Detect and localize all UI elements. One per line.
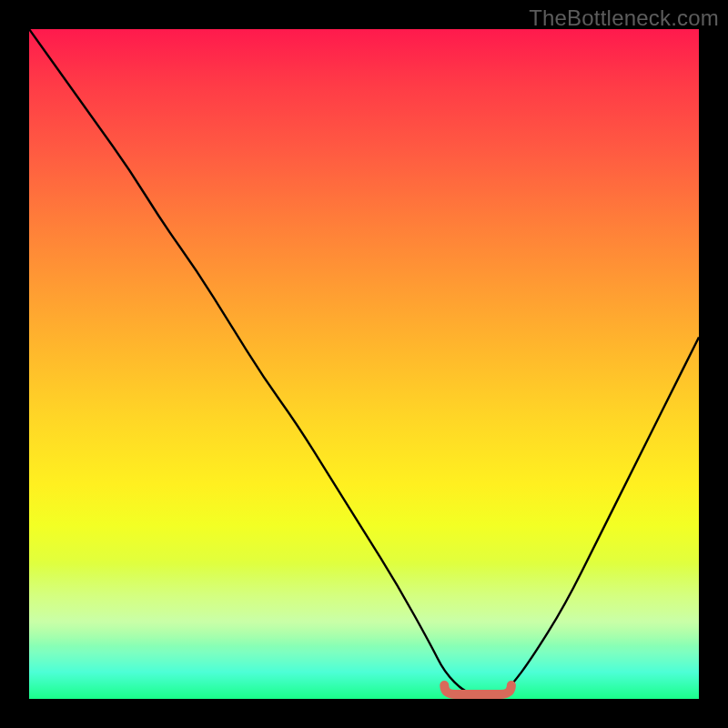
valley-marker bbox=[444, 685, 511, 694]
chart-frame: TheBottleneck.com bbox=[0, 0, 728, 728]
chart-svg bbox=[29, 29, 699, 699]
bottleneck-curve bbox=[29, 29, 699, 699]
watermark-text: TheBottleneck.com bbox=[529, 5, 719, 31]
plot-area bbox=[29, 29, 699, 699]
